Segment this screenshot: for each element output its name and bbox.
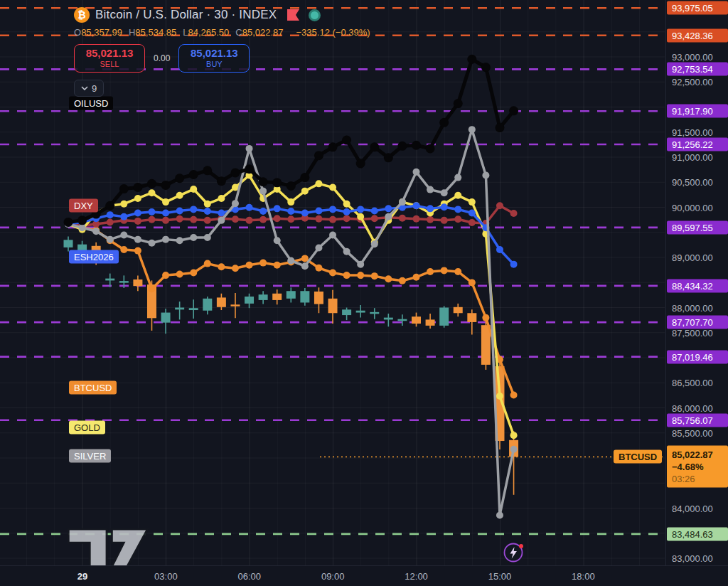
series-point [300, 173, 309, 182]
level-price-badge: 93,428.36 [667, 28, 728, 42]
series-point [482, 172, 489, 179]
series-point [427, 268, 434, 275]
series-point [162, 217, 169, 224]
series-point [329, 269, 336, 276]
object-tree-dropdown[interactable]: 9 [74, 80, 104, 97]
series-point [496, 393, 503, 400]
series-point [92, 228, 100, 235]
series-point [370, 142, 379, 151]
candle-body [426, 319, 435, 325]
candle-body [300, 291, 309, 302]
series-point [357, 206, 364, 213]
series-point [218, 263, 225, 270]
ohlc-item: C85,022.87 [235, 27, 283, 38]
series-point [259, 177, 268, 186]
series-point [427, 216, 434, 223]
ohlc-item: L84,265.50 [183, 27, 229, 38]
series-point [496, 511, 503, 518]
candle-body [384, 318, 393, 320]
symbol-tag-gold[interactable]: GOLD [69, 421, 105, 435]
level-price-badge: 87,019.46 [667, 350, 728, 363]
price-axis[interactable]: 93,000.0092,500.0091,500.0091,000.0090,5… [665, 0, 728, 565]
level-price-badge: 83,484.63 [667, 527, 728, 540]
series-point [315, 180, 322, 187]
time-tick: 03:00 [154, 571, 178, 582]
series-point [189, 170, 198, 179]
series-point [287, 198, 294, 206]
series-point [274, 262, 281, 269]
series-point [454, 215, 461, 223]
symbol-tag-esh2026[interactable]: ESH2026 [69, 250, 119, 263]
time-axis[interactable]: 2903:0006:0009:0012:0015:0018:00 [0, 565, 728, 586]
sell-button[interactable]: 85,021.13 SELL [74, 44, 145, 73]
series-point [120, 213, 127, 220]
lightning-button[interactable] [503, 542, 525, 563]
candle-body [161, 313, 171, 323]
flag-icon[interactable] [287, 9, 300, 21]
candle-body [230, 304, 240, 307]
series-point [133, 183, 142, 192]
candle-body [133, 279, 142, 286]
series-point [176, 237, 183, 244]
series-point [439, 118, 449, 127]
buy-button[interactable]: 85,021.13 BUY [178, 44, 250, 73]
series-point [232, 265, 239, 272]
series-point [343, 201, 350, 208]
symbol-tag-dxy[interactable]: DXY [69, 199, 98, 213]
series-point [371, 240, 378, 247]
symbol-title: Bitcoin / U.S. Dollar · 30 · INDEX [95, 8, 277, 22]
series-point [162, 272, 169, 279]
left-percent-axis[interactable]: 6.00%5.00%4.00%2.00%1.00%−2.00%−3.00%−4.… [0, 0, 64, 565]
time-tick: 29 [77, 571, 87, 582]
series-point [204, 260, 211, 267]
dropdown-count: 9 [92, 83, 97, 94]
candle-body [439, 308, 449, 326]
series-point [329, 184, 336, 191]
series-point [259, 216, 267, 223]
series-price-tag-btcusd[interactable]: BTCUSD [614, 450, 662, 464]
series-point [218, 217, 225, 224]
series-point [357, 261, 364, 268]
time-tick: 09:00 [321, 571, 345, 582]
series-point [510, 261, 518, 268]
series-point [481, 63, 491, 72]
last-price-badge: 85,022.87−4.68%03:26 [667, 446, 728, 488]
series-point [413, 202, 420, 209]
series-point [454, 268, 461, 275]
last-change: −4.68% [672, 461, 728, 473]
series-point [232, 215, 239, 223]
series-point [371, 215, 378, 222]
series-point [190, 206, 197, 213]
series-point [176, 207, 183, 214]
series-point [218, 195, 225, 202]
series-point [510, 210, 518, 217]
series-point [190, 234, 197, 241]
price-tick: 93,000.00 [672, 52, 713, 63]
buy-price: 85,021.13 [191, 48, 238, 58]
candle-body [119, 281, 129, 283]
price-tick: 90,500.00 [672, 177, 713, 188]
symbol-tag-silver[interactable]: SILVER [69, 449, 111, 462]
series-point [119, 184, 129, 193]
level-price-badge: 93,975.05 [667, 1, 728, 15]
symbol-tag-btcusd[interactable]: BTCUSD [69, 380, 117, 394]
candle-body [370, 312, 379, 314]
candle-body [203, 299, 212, 311]
symbol-tag-oilusd[interactable]: OILUSD [69, 96, 113, 110]
series-point [301, 188, 309, 195]
series-point [315, 244, 322, 251]
notification-dot [519, 544, 523, 548]
series-point [274, 215, 281, 222]
series-point [148, 208, 155, 215]
series-point [343, 215, 350, 222]
chevron-down-icon [81, 86, 88, 90]
candle-body [342, 309, 351, 315]
series-point [426, 144, 435, 153]
series-point [204, 208, 211, 215]
series-point [161, 181, 171, 190]
time-tick: 06:00 [238, 571, 262, 582]
series-point [496, 202, 503, 209]
series-point [413, 215, 420, 223]
level-price-badge: 87,707.70 [667, 316, 728, 329]
price-tick: 86,500.00 [672, 378, 713, 388]
